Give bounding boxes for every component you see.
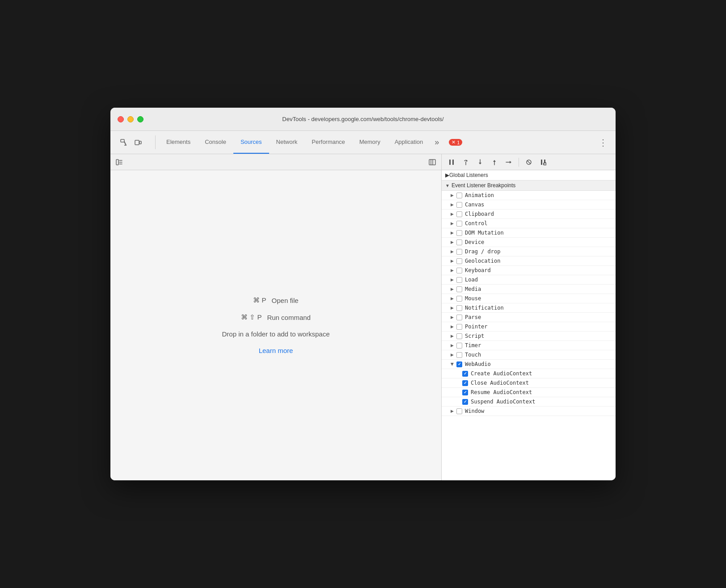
bp-webaudio-arrow[interactable]: ▶ [450, 363, 455, 366]
bp-device-checkbox[interactable] [456, 239, 462, 245]
error-badge-container: ✕ 1 [445, 131, 462, 154]
devtools-menu-button[interactable]: ⋮ [594, 131, 612, 154]
bp-dom-mutation-checkbox[interactable] [456, 230, 462, 236]
close-button[interactable] [118, 116, 124, 122]
bp-canvas-arrow[interactable]: ▶ [451, 202, 454, 207]
bp-notification[interactable]: ▶ Notification [442, 303, 616, 313]
bp-animation[interactable]: ▶ Animation [442, 191, 616, 200]
error-badge[interactable]: ✕ 1 [449, 139, 462, 146]
bp-drag-drop[interactable]: ▶ Drag / drop [442, 247, 616, 256]
bp-geolocation[interactable]: ▶ Geolocation [442, 256, 616, 266]
bp-notification-arrow[interactable]: ▶ [451, 306, 454, 310]
bp-pointer-checkbox[interactable] [456, 324, 462, 330]
bp-notification-checkbox[interactable] [456, 305, 462, 311]
bp-resume-audio-checkbox[interactable] [462, 390, 468, 395]
step-out-button[interactable] [488, 156, 501, 168]
bp-clipboard-checkbox[interactable] [456, 211, 462, 217]
bp-webaudio[interactable]: ▶ WebAudio [442, 360, 616, 369]
bp-timer[interactable]: ▶ Timer [442, 341, 616, 350]
bp-animation-arrow[interactable]: ▶ [451, 193, 454, 197]
bp-suspend-audio[interactable]: Suspend AudioContext [442, 397, 616, 407]
bp-device[interactable]: ▶ Device [442, 238, 616, 247]
bp-media[interactable]: ▶ Media [442, 285, 616, 294]
bp-canvas[interactable]: ▶ Canvas [442, 200, 616, 210]
bp-pointer[interactable]: ▶ Pointer [442, 322, 616, 332]
bp-parse-arrow[interactable]: ▶ [451, 315, 454, 319]
tab-performance[interactable]: Performance [304, 131, 352, 154]
pause-on-exceptions-button[interactable] [537, 156, 549, 168]
bp-resume-audio[interactable]: Resume AudioContext [442, 388, 616, 397]
step-button[interactable] [502, 156, 515, 168]
bp-keyboard-checkbox[interactable] [456, 268, 462, 273]
bp-dom-mutation-arrow[interactable]: ▶ [451, 231, 454, 235]
bp-touch-label: Touch [465, 352, 481, 358]
bp-parse-checkbox[interactable] [456, 315, 462, 320]
bp-control-checkbox[interactable] [456, 221, 462, 227]
bp-timer-arrow[interactable]: ▶ [451, 343, 454, 348]
sources-empty-state: ⌘ P Open file ⌘ ⇧ P Run command Drop in … [110, 170, 441, 480]
deactivate-breakpoints-button[interactable] [523, 156, 535, 168]
pause-resume-button[interactable] [445, 156, 458, 168]
tab-sources[interactable]: Sources [233, 131, 269, 154]
bp-media-label: Media [465, 286, 481, 292]
bp-mouse-checkbox[interactable] [456, 296, 462, 302]
tab-network[interactable]: Network [269, 131, 305, 154]
bp-geolocation-checkbox[interactable] [456, 258, 462, 264]
minimize-button[interactable] [127, 116, 134, 122]
step-over-button[interactable] [460, 156, 472, 168]
bp-script-checkbox[interactable] [456, 333, 462, 339]
bp-media-arrow[interactable]: ▶ [451, 287, 454, 291]
learn-more-link[interactable]: Learn more [259, 347, 293, 354]
event-listener-label: Event Listener Breakpoints [452, 182, 515, 189]
bp-drag-drop-arrow[interactable]: ▶ [451, 249, 454, 254]
maximize-button[interactable] [137, 116, 144, 122]
bp-suspend-audio-checkbox[interactable] [462, 399, 468, 405]
bp-mouse-arrow[interactable]: ▶ [451, 296, 454, 301]
bp-drag-drop-checkbox[interactable] [456, 249, 462, 255]
bp-timer-checkbox[interactable] [456, 343, 462, 349]
bp-script-arrow[interactable]: ▶ [451, 334, 454, 338]
bp-create-audio[interactable]: Create AudioContext [442, 369, 616, 378]
bp-load-checkbox[interactable] [456, 277, 462, 283]
bp-keyboard[interactable]: ▶ Keyboard [442, 266, 616, 275]
bp-device-arrow[interactable]: ▶ [451, 240, 454, 244]
bp-dom-mutation[interactable]: ▶ DOM Mutation [442, 228, 616, 238]
bp-touch-checkbox[interactable] [456, 352, 462, 358]
show-editor-button[interactable] [427, 157, 438, 168]
bp-clipboard-arrow[interactable]: ▶ [451, 212, 454, 216]
bp-close-audio[interactable]: Close AudioContext [442, 378, 616, 388]
bp-pointer-arrow[interactable]: ▶ [451, 324, 454, 329]
bp-script[interactable]: ▶ Script [442, 332, 616, 341]
more-tabs-button[interactable]: » [430, 131, 443, 154]
bp-parse[interactable]: ▶ Parse [442, 313, 616, 322]
bp-mouse[interactable]: ▶ Mouse [442, 294, 616, 303]
tab-console[interactable]: Console [198, 131, 233, 154]
global-listeners-header[interactable]: ▶ Global Listeners [442, 170, 616, 181]
tab-application[interactable]: Application [388, 131, 431, 154]
bp-keyboard-arrow[interactable]: ▶ [451, 268, 454, 273]
bp-close-audio-checkbox[interactable] [462, 380, 468, 386]
tab-memory[interactable]: Memory [352, 131, 388, 154]
bp-window-checkbox[interactable] [456, 408, 462, 414]
bp-touch[interactable]: ▶ Touch [442, 350, 616, 360]
bp-control-arrow[interactable]: ▶ [451, 221, 454, 226]
show-navigator-button[interactable] [114, 157, 125, 168]
bp-webaudio-checkbox[interactable] [456, 361, 462, 367]
bp-window[interactable]: ▶ Window [442, 407, 616, 416]
bp-window-arrow[interactable]: ▶ [451, 409, 454, 413]
bp-animation-checkbox[interactable] [456, 193, 462, 198]
bp-touch-arrow[interactable]: ▶ [451, 353, 454, 357]
inspect-element-button[interactable] [118, 136, 130, 149]
bp-canvas-checkbox[interactable] [456, 202, 462, 208]
bp-control[interactable]: ▶ Control [442, 219, 616, 228]
bp-clipboard[interactable]: ▶ Clipboard [442, 210, 616, 219]
bp-load[interactable]: ▶ Load [442, 275, 616, 285]
tab-elements[interactable]: Elements [159, 131, 198, 154]
event-listener-breakpoints-header[interactable]: ▼ Event Listener Breakpoints [442, 181, 616, 191]
bp-load-arrow[interactable]: ▶ [451, 277, 454, 282]
device-toolbar-button[interactable] [132, 136, 144, 149]
step-into-button[interactable] [474, 156, 486, 168]
bp-create-audio-checkbox[interactable] [462, 371, 468, 377]
bp-media-checkbox[interactable] [456, 286, 462, 292]
bp-geolocation-arrow[interactable]: ▶ [451, 259, 454, 263]
